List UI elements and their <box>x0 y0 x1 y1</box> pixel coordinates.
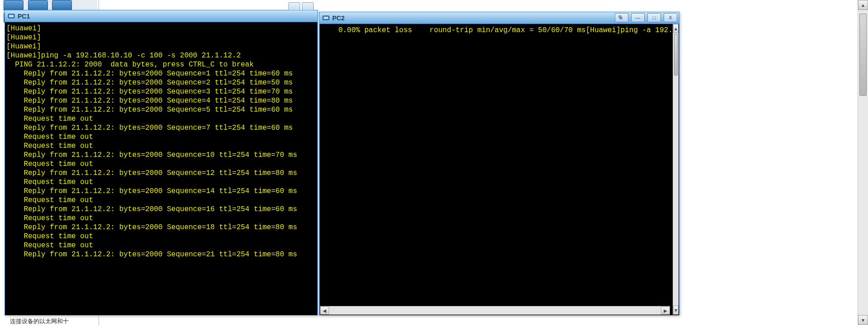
scroll-down-button[interactable]: ▼ <box>673 306 679 315</box>
terminal-line: Reply from 21.1.12.2: bytes=2000 Sequenc… <box>6 250 316 259</box>
window-pc2[interactable]: PC2 — □ X 0.00% packet loss round-trip m… <box>319 12 679 316</box>
svg-rect-4 <box>619 16 621 17</box>
terminal-line: Request time out <box>6 132 316 141</box>
terminal-line: Reply from 21.1.12.2: bytes=2000 Sequenc… <box>6 169 316 178</box>
terminal-line: Request time out <box>6 232 316 241</box>
scroll-up-button[interactable]: ▲ <box>858 0 868 10</box>
terminal-line: Reply from 21.1.12.2: bytes=2000 Sequenc… <box>6 96 316 105</box>
terminal-line: [Huawei]ping -a 192.168.10.10 -c 100 -s … <box>6 51 316 60</box>
scroll-track[interactable] <box>673 32 679 306</box>
terminal-line: Request time out <box>6 178 316 187</box>
left-panel-caption: 连接设备的以太网和十 <box>10 317 69 325</box>
svg-rect-5 <box>620 18 622 19</box>
scroll-up-button[interactable]: ▲ <box>673 24 679 33</box>
horizontal-scrollbar[interactable]: ◀ ▶ <box>320 306 670 315</box>
scroll-thumb[interactable] <box>859 14 867 96</box>
terminal-line: Reply from 21.1.12.2: bytes=2000 Sequenc… <box>6 223 316 232</box>
scroll-thumb[interactable] <box>674 34 678 75</box>
hscroll-track[interactable] <box>329 306 661 315</box>
terminal-line: Request time out <box>6 141 316 151</box>
terminal-line: Reply from 21.1.12.2: bytes=2000 Sequenc… <box>6 78 316 87</box>
scroll-left-button[interactable]: ◀ <box>320 306 329 315</box>
window-title: PC2 <box>332 14 344 22</box>
terminal-line: Reply from 21.1.12.2: bytes=2000 Sequenc… <box>6 87 316 96</box>
page-vertical-scrollbar[interactable]: ▲ ▼ <box>858 0 868 325</box>
terminal-wrap-pc2: 0.00% packet loss round-trip min/avg/max… <box>320 24 679 315</box>
device-icon[interactable] <box>52 0 72 11</box>
terminal-line: Reply from 21.1.12.2: bytes=2000 Sequenc… <box>6 105 316 114</box>
terminal-line: Reply from 21.1.12.2: bytes=2000 Sequenc… <box>6 205 316 214</box>
device-icon[interactable] <box>4 0 24 11</box>
terminal-line: Reply from 21.1.12.2: bytes=2000 Sequenc… <box>6 69 316 78</box>
terminal-line: Request time out <box>6 160 316 169</box>
terminal-line: Request time out <box>6 214 316 223</box>
terminal-line: [Huawei] <box>6 42 316 51</box>
option-button[interactable] <box>615 13 628 22</box>
terminal-line: [Huawei] <box>6 24 316 33</box>
vertical-scrollbar[interactable]: ▲ ▼ <box>673 24 679 315</box>
titlebar-pc2[interactable]: PC2 — □ X <box>320 12 679 24</box>
terminal-line: Request time out <box>6 114 316 123</box>
terminal-line: round-trip min/avg/max = 50/60/70 ms <box>412 26 586 34</box>
terminal-line: [Huawei]ping -a 192.168.10.20 -c 100 -s … <box>586 26 673 34</box>
app-icon <box>8 13 15 20</box>
terminal-line: Request time out <box>6 196 316 205</box>
terminal-line: Reply from 21.1.12.2: bytes=2000 Sequenc… <box>6 187 316 196</box>
titlebar-pc1[interactable]: PC1 <box>5 10 317 22</box>
terminal-line: Reply from 21.1.12.2: bytes=2000 Sequenc… <box>6 123 316 132</box>
window-pc1[interactable]: PC1 [Huawei][Huawei][Huawei][Huawei]ping… <box>5 10 318 316</box>
terminal-line: 0.00% packet loss <box>321 26 412 34</box>
window-title: PC1 <box>18 13 30 20</box>
window-controls: — □ X <box>615 13 677 22</box>
terminal-pc1[interactable]: [Huawei][Huawei][Huawei][Huawei]ping -a … <box>5 22 317 315</box>
app-icon <box>322 14 330 22</box>
svg-rect-3 <box>324 17 328 19</box>
scroll-down-button[interactable]: ▼ <box>858 315 868 325</box>
maximize-button[interactable]: □ <box>647 13 661 22</box>
tray-button[interactable] <box>288 2 300 10</box>
device-icon[interactable] <box>28 0 48 11</box>
tray-button[interactable] <box>302 2 314 10</box>
minimize-button[interactable]: — <box>631 13 645 22</box>
terminal-line: [Huawei] <box>6 33 316 42</box>
terminal-line: PING 21.1.12.2: 2000 data bytes, press C… <box>6 60 316 69</box>
svg-rect-1 <box>9 15 14 17</box>
tray-buttons <box>288 2 314 10</box>
scroll-right-button[interactable]: ▶ <box>661 306 670 315</box>
terminal-line: Reply from 21.1.12.2: bytes=2000 Sequenc… <box>6 151 316 160</box>
close-button[interactable]: X <box>664 13 677 22</box>
terminal-pc2[interactable]: 0.00% packet loss round-trip min/avg/max… <box>320 24 673 315</box>
terminal-line: Request time out <box>6 241 316 250</box>
